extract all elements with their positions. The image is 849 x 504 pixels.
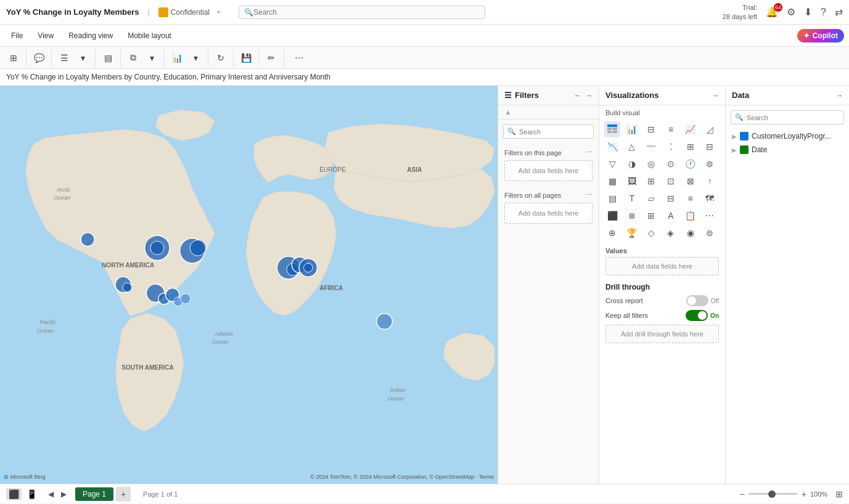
viz-custom6-icon[interactable]: ⊜ [702,225,718,241]
toolbar-filter-button[interactable]: ▤ [99,49,117,67]
zoom-slider[interactable] [749,493,798,495]
topbar-chevron-icon[interactable]: ▾ [217,9,220,15]
viz-smart-narrative-icon[interactable]: A [663,208,679,224]
viz-clustered-bar-icon[interactable]: ≡ [663,121,679,137]
viz-mountain-icon[interactable]: △ [624,139,640,155]
filters-search-input[interactable] [519,128,589,136]
toolbar-more-button[interactable]: ⋯ [290,49,308,67]
reading-view-button[interactable]: Reading view [62,29,119,43]
phone-view-button[interactable]: 📱 [24,488,39,500]
north-america-label: NORTH AMERICA [102,262,155,269]
viz-expand-icon[interactable]: → [712,91,719,100]
viz-clock-icon[interactable]: 🕐 [683,156,699,172]
toolbar-comment-button[interactable]: 💬 [30,49,47,67]
viz-funnel-icon[interactable]: ▽ [604,156,620,172]
viz-map-icon[interactable]: 🗺 [702,190,718,206]
file-menu[interactable]: File [5,29,29,43]
viz-multi-row-card-icon[interactable]: ▤ [604,190,620,206]
viz-treemap-icon[interactable]: ▦ [604,173,620,189]
viz-line-chart-icon[interactable]: 📉 [604,139,620,155]
add-page-button[interactable]: + [116,487,131,502]
viz-image-icon[interactable]: 🖼 [624,173,640,189]
page-prev-button[interactable]: ◀ [46,489,56,500]
map-area[interactable]: NORTH AMERICA SOUTH AMERICA AFRICA EUROP… [0,86,498,484]
viz-gauge-icon[interactable]: ⊙ [663,156,679,172]
filters-on-all-pages-drop-zone: Add data fields here [504,203,593,224]
toolbar-slicer-down-button[interactable]: ▾ [74,49,91,67]
filters-forward-icon[interactable]: → [585,91,593,100]
notifications-button[interactable]: 🔔 64 [766,6,778,18]
filters-search-box[interactable]: 🔍 [503,124,594,139]
viz-custom3-icon[interactable]: ◇ [643,225,659,241]
toolbar-viz-down-button[interactable]: ▾ [187,49,204,67]
share-button[interactable]: ⇄ [835,6,843,18]
viz-ring-icon[interactable]: ⊚ [702,156,718,172]
viz-custom2-icon[interactable]: 🏆 [624,225,640,241]
data-tree-item-customer[interactable]: ▶ CustomerLoyaltyProgr... [726,129,849,143]
viz-funnel2-icon[interactable]: ⊡ [663,173,679,189]
data-search-input[interactable] [747,114,840,121]
viz-area-chart-icon[interactable]: ◿ [702,121,718,137]
viz-qr-icon[interactable]: ⊞ [643,208,659,224]
viz-matrix2-icon[interactable]: ⊠ [683,173,699,189]
viz-filled-map-icon[interactable]: ⬛ [604,208,620,224]
viz-bar-chart-icon[interactable]: 📊 [624,121,640,137]
fit-to-page-button[interactable]: ⊞ [835,489,843,499]
viz-combo-icon[interactable]: ⊞ [683,139,699,155]
page-next-button[interactable]: ▶ [59,489,69,500]
viz-more-icon[interactable]: ⋯ [702,208,718,224]
viz-custom4-icon[interactable]: ◈ [663,225,679,241]
viz-shape-icon[interactable]: ▱ [643,190,659,206]
viz-slicer-icon[interactable]: ≡ [683,190,699,206]
help-button[interactable]: ? [821,7,826,18]
filters-on-all-pages-more-icon[interactable]: ⋯ [586,191,593,199]
bubble-af-1[interactable] [377,314,393,330]
desktop-view-button[interactable]: ⬛ [6,488,22,500]
viz-table-icon[interactable] [604,121,620,137]
viz-donut-icon[interactable]: ◎ [643,156,659,172]
viz-ribbon-icon[interactable]: 〰 [643,139,659,155]
topbar-search-box[interactable]: 🔍 [239,6,485,19]
download-button[interactable]: ⬇ [804,6,812,18]
keep-all-filters-toggle[interactable] [686,310,708,321]
filters-back-icon[interactable]: ← [574,91,581,100]
zoom-out-button[interactable]: − [740,489,745,499]
view-menu[interactable]: View [31,29,60,43]
viz-custom5-icon[interactable]: ◉ [683,225,699,241]
bubble-4-inner [123,283,132,292]
bubble-1[interactable] [81,233,94,246]
viz-text-icon[interactable]: T [624,190,640,206]
topbar-search-input[interactable] [253,8,480,17]
settings-button[interactable]: ⚙ [787,6,795,18]
toolbar-save-button[interactable]: 💾 [237,49,255,67]
cross-report-toggle[interactable] [686,295,708,306]
toolbar-binoculars-button[interactable]: ⊞ [5,49,22,67]
filters-collapse-icon[interactable]: ▲ [504,108,512,116]
mobile-layout-button[interactable]: Mobile layout [121,29,178,43]
data-expand-icon[interactable]: → [835,91,843,100]
viz-azure-map-icon[interactable]: ⊗ [624,208,640,224]
copilot-button[interactable]: ✦ Copilot [797,29,844,43]
zoom-in-button[interactable]: + [802,489,806,499]
page-1-tab[interactable]: Page 1 [75,487,113,501]
filters-on-this-page-more-icon[interactable]: ⋯ [586,148,593,156]
viz-waterfall-icon[interactable]: ⊟ [702,139,718,155]
data-search-box[interactable]: 🔍 [731,110,844,124]
toolbar-format-button[interactable]: ✏ [263,49,280,67]
toolbar-slicer-button[interactable]: ☰ [55,49,73,67]
viz-custom1-icon[interactable]: ⊕ [604,225,620,241]
toolbar-panel-button[interactable]: ⧉ [125,49,142,67]
viz-paginated-icon[interactable]: 📋 [683,208,699,224]
viz-matrix-icon[interactable]: ⊞ [643,173,659,189]
toolbar-refresh-button[interactable]: ↻ [212,49,229,67]
viz-stacked-bar-icon[interactable]: ⊟ [643,121,659,137]
data-tree-item-date[interactable]: ▶ Date [726,143,849,156]
viz-kpi-icon[interactable]: ↑ [702,173,718,189]
viz-scatter-icon[interactable]: ⁚ [663,139,679,155]
data-header: Data → [726,86,849,105]
viz-line-bar-icon[interactable]: 📈 [683,121,699,137]
toolbar-panel-down-button[interactable]: ▾ [143,49,160,67]
toolbar-viz-button[interactable]: 📊 [168,49,186,67]
viz-pie-icon[interactable]: ◑ [624,156,640,172]
viz-button-icon[interactable]: ⊟ [663,190,679,206]
